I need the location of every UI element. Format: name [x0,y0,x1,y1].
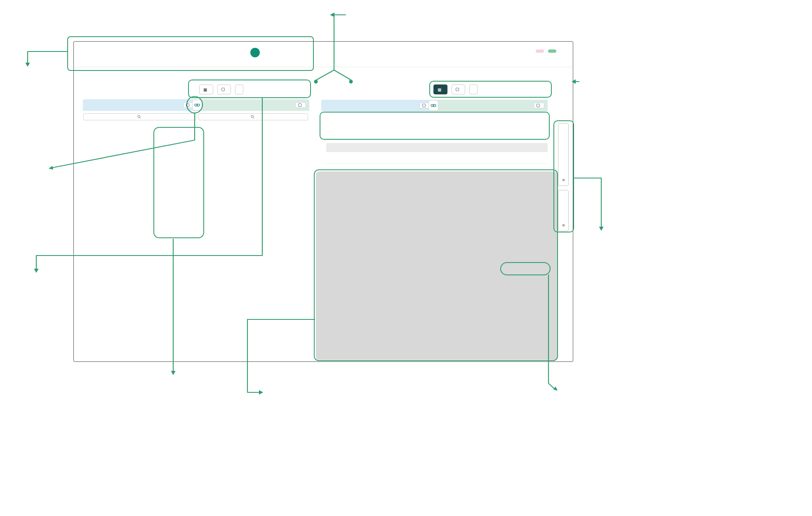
link-icon [431,103,436,108]
os-column-header [198,99,309,111]
posterior-toolbar: ▦ [433,84,478,94]
posterior-od-header [321,100,433,111]
arrowhead [171,371,176,375]
search-icon [251,115,254,119]
checkbox-icon [298,103,301,107]
search-od-input[interactable] [83,113,196,120]
add-template-button[interactable] [235,84,243,94]
arrowhead [553,387,558,391]
search-os-input[interactable] [198,113,308,120]
grid-icon: ▦ [203,87,207,92]
torch-used-button[interactable] [452,84,465,94]
close-button[interactable] [536,49,544,53]
arrowhead [259,390,263,395]
checkbox-icon [537,104,540,107]
options-panel [316,171,557,360]
tab-drawing-pad[interactable]: ≡ [558,190,569,231]
posterior-exam-row [326,153,548,164]
posterior-category-bar [326,143,548,152]
link-icon [194,103,200,107]
add-tab-button[interactable] [250,48,260,57]
link-values-button[interactable] [192,100,202,110]
arrowhead [26,63,30,67]
torch-used-button[interactable] [217,84,231,94]
checkbox-icon [221,88,225,91]
os-normal-checkbox[interactable] [534,103,544,108]
grid-icon: ▦ [438,87,441,92]
header-tabs-group [247,48,260,57]
arrowhead [34,269,39,273]
arrowhead [599,227,604,231]
os-normal-checkbox[interactable] [295,102,306,108]
arrowhead [49,166,53,170]
tab-templates-autoplans[interactable]: ≡ [558,123,569,186]
window-header [74,42,573,67]
search-icon [137,115,141,119]
header-actions [536,49,556,53]
od-column-header [83,99,197,111]
checkbox-icon [186,103,189,107]
save-button[interactable] [548,49,556,53]
grid-view-button[interactable]: ▦ [433,84,447,94]
menu-icon: ≡ [561,179,566,181]
checkbox-icon [422,104,426,107]
posterior-link-button[interactable] [428,100,438,111]
anterior-toolbar: ▦ [199,84,243,94]
menu-icon: ≡ [561,224,566,227]
posterior-os-header [434,100,548,111]
app-window: ▦ ▦ [73,41,573,362]
connector-next-step [573,178,601,228]
grid-view-button[interactable]: ▦ [199,84,213,94]
checkbox-icon [456,88,459,91]
arrowhead [330,13,334,17]
connector-hierarchy [28,52,67,63]
add-template-button[interactable] [469,84,478,94]
